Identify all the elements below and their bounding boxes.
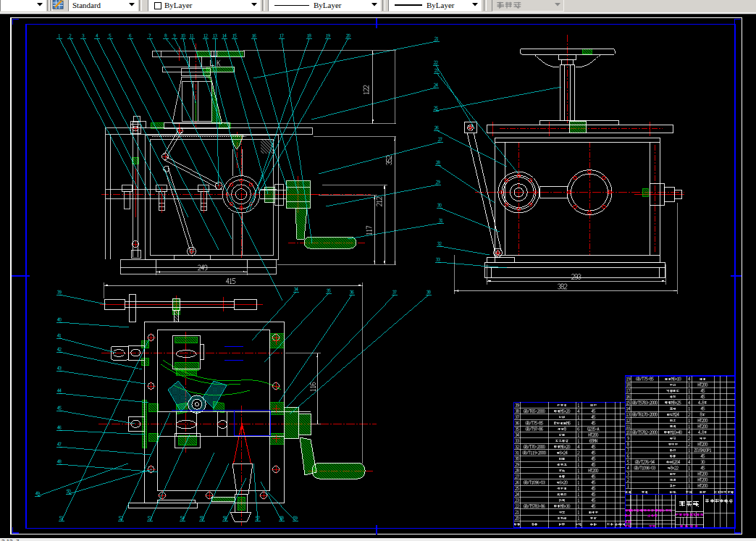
chevron-down-icon[interactable]: [250, 1, 259, 8]
chevron-down-icon[interactable]: [471, 1, 479, 8]
text-style-combo[interactable]: Standard: [68, 0, 138, 12]
toolbar: Standard ByLayer ByLayer ByLayer: [0, 0, 756, 14]
color-value: ByLayer: [164, 1, 192, 9]
layer-combo[interactable]: [0, 0, 46, 12]
linetype-glyph: [274, 5, 309, 6]
chevron-down-icon[interactable]: [127, 1, 136, 8]
plotstyle-combo[interactable]: [492, 0, 564, 12]
drawing-canvas[interactable]: [0, 0, 756, 541]
lineweight-glyph: [395, 4, 422, 6]
lineweight-value: ByLayer: [427, 1, 454, 9]
lineweight-combo[interactable]: ByLayer: [388, 0, 482, 12]
table-style-icon[interactable]: [52, 0, 67, 11]
color-swatch: [154, 2, 161, 9]
chevron-down-icon[interactable]: [370, 1, 379, 8]
chevron-down-icon[interactable]: [35, 1, 44, 8]
linetype-value: ByLayer: [314, 1, 341, 9]
color-combo[interactable]: ByLayer: [148, 0, 261, 12]
plotstyle-value: [496, 1, 524, 10]
autocad-window: Standard ByLayer ByLayer ByLayer: [0, 0, 756, 541]
coordinate-readout: 2.12, 7: [1, 538, 19, 541]
status-bar: 2.12, 7: [0, 538, 756, 541]
linetype-combo[interactable]: ByLayer: [268, 0, 381, 12]
chevron-down-icon[interactable]: [553, 1, 562, 8]
text-style-value: Standard: [72, 1, 101, 9]
